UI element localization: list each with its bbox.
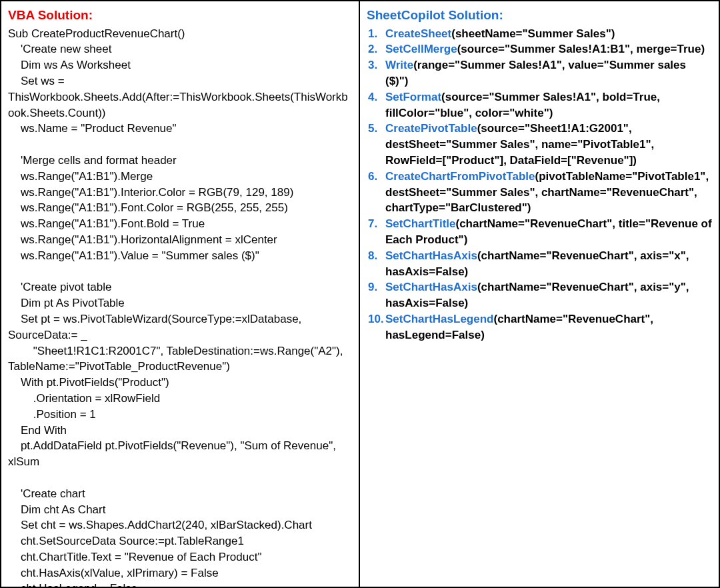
step-number: 4. (368, 89, 377, 105)
vba-title: VBA Solution: (8, 7, 352, 25)
list-item: 5.CreatePivotTable(source="Sheet1!A1:G20… (385, 121, 712, 168)
sheetcopilot-steps: 1.CreateSheet(sheetName="Summer Sales") … (367, 26, 712, 343)
vba-code-block: Sub CreateProductRevenueChart() 'Create … (8, 26, 352, 588)
comparison-container: VBA Solution: Sub CreateProductRevenueCh… (0, 0, 720, 588)
list-item: 1.CreateSheet(sheetName="Summer Sales") (385, 26, 712, 42)
step-function: SetChartHasAxis (385, 281, 477, 293)
step-function: SetChartHasLegend (385, 313, 493, 325)
step-number: 7. (368, 216, 377, 232)
step-function: SetFormat (385, 91, 441, 103)
step-args: (range="Summer Sales!A1", value="Summer … (385, 59, 686, 87)
list-item: 8.SetChartHasAxis(chartName="RevenueChar… (385, 248, 712, 280)
sheetcopilot-title: SheetCopilot Solution: (367, 7, 712, 25)
list-item: 6.CreateChartFromPivotTable(pivotTableNa… (385, 169, 712, 216)
list-item: 2.SetCellMerge(source="Summer Sales!A1:B… (385, 41, 712, 57)
list-item: 4.SetFormat(source="Summer Sales!A1", bo… (385, 89, 712, 121)
step-number: 3. (368, 57, 377, 73)
step-function: SetCellMerge (385, 43, 457, 55)
step-number: 6. (368, 169, 377, 185)
step-function: CreatePivotTable (385, 122, 477, 135)
step-number: 10. (368, 311, 384, 327)
step-number: 9. (368, 279, 377, 295)
list-item: 10.SetChartHasLegend(chartName="RevenueC… (385, 311, 712, 343)
step-number: 1. (368, 26, 377, 42)
list-item: 9.SetChartHasAxis(chartName="RevenueChar… (385, 279, 712, 311)
step-function: CreateChartFromPivotTable (385, 170, 535, 183)
step-number: 8. (368, 248, 377, 264)
step-args: (sheetName="Summer Sales") (451, 27, 615, 40)
step-function: Write (385, 59, 413, 71)
sheetcopilot-column: SheetCopilot Solution: 1.CreateSheet(she… (360, 1, 719, 587)
vba-column: VBA Solution: Sub CreateProductRevenueCh… (1, 1, 360, 587)
step-args: (source="Summer Sales!A1:B1", merge=True… (457, 43, 705, 55)
step-function: SetChartHasAxis (385, 249, 477, 262)
step-number: 5. (368, 121, 377, 137)
step-function: SetChartTitle (385, 217, 456, 230)
list-item: 7.SetChartTitle(chartName="RevenueChart"… (385, 216, 712, 248)
list-item: 3.Write(range="Summer Sales!A1", value="… (385, 57, 712, 89)
step-function: CreateSheet (385, 27, 451, 40)
step-number: 2. (368, 41, 377, 57)
